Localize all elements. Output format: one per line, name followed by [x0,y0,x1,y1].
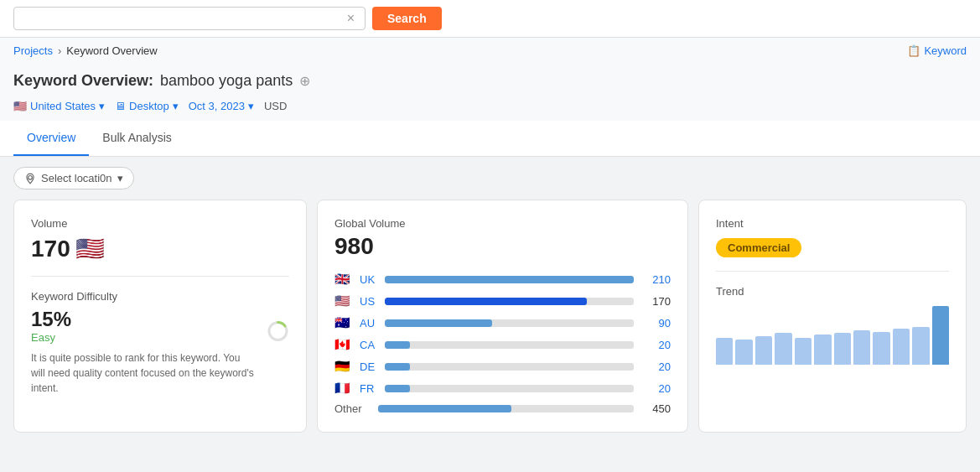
difficulty-row: 15% Easy It is quite possible to rank fo… [31,308,289,396]
bar-fill [385,276,634,283]
other-bar-fill [378,405,511,412]
bar-row: 🇫🇷 FR 20 [334,381,671,396]
bar-num: 20 [640,360,671,373]
trend-bar [755,336,772,365]
intent-divider [716,271,949,272]
tabs-bar: Overview Bulk Analysis [0,121,980,157]
intent-badge: Commercial [716,238,801,257]
trend-bar [873,332,889,365]
bar-row: 🇦🇺 AU 90 [334,315,671,330]
difficulty-donut [267,308,289,355]
bar-track [385,319,634,327]
trend-bar [716,338,733,365]
other-num: 450 [640,402,671,415]
volume-card: Volume 170 🇺🇸 Keyword Difficulty 15% Eas… [13,200,307,433]
trend-bar [893,329,910,365]
tab-overview[interactable]: Overview [13,121,89,156]
bar-country: AU [360,317,378,329]
country-flag: 🇺🇸 [13,100,27,112]
location-bar: Select locati0n ▾ [0,157,980,200]
add-keyword-icon[interactable]: ⊕ [299,73,310,89]
device-filter[interactable]: 🖥 Desktop ▾ [115,100,179,112]
trend-bar [775,333,791,365]
other-label: Other [334,402,371,415]
location-dropdown[interactable]: Select locati0n ▾ [13,167,134,189]
bar-num: 20 [640,382,671,395]
global-volume-label: Global Volume [334,217,671,230]
clear-button[interactable]: × [344,11,358,26]
trend-bar [912,327,929,365]
intent-label: Intent [716,217,949,230]
bar-flag: 🇩🇪 [334,359,353,374]
breadcrumb-projects[interactable]: Projects [13,44,53,57]
search-wrapper: bamboo yoga pants × [13,7,366,30]
location-chevron-icon: ▾ [117,172,123,184]
tab-bulk-analysis[interactable]: Bulk Analysis [89,121,184,156]
keyword-btn-icon: 📋 [907,44,920,57]
bar-flag: 🇨🇦 [334,337,353,352]
search-input[interactable]: bamboo yoga pants [21,12,344,25]
breadcrumb-separator: › [58,44,61,57]
bar-fill [385,385,410,392]
country-chevron-icon: ▾ [99,100,105,112]
global-volume-value: 980 [334,233,671,260]
trend-bar [932,306,949,365]
difficulty-rating: Easy [31,331,255,344]
bar-rows: 🇬🇧 UK 210 🇺🇸 US 170 🇦🇺 AU 90 🇨🇦 CA [334,272,671,396]
bar-country: CA [360,339,378,351]
card-divider [31,276,289,277]
currency-label: USD [264,100,287,112]
page-keyword: bamboo yoga pants [160,72,293,90]
intent-trend-card: Intent Commercial Trend [698,200,967,433]
bar-track [385,363,634,371]
bar-track [385,341,634,349]
device-chevron-icon: ▾ [173,100,179,112]
breadcrumb: Projects › Keyword Overview 📋 Keyword [0,38,980,64]
global-volume-card: Global Volume 980 🇬🇧 UK 210 🇺🇸 US 170 🇦🇺… [317,200,688,433]
trend-bar [834,333,851,365]
bar-fill [385,363,410,371]
country-name: United States [30,100,96,112]
country-filter[interactable]: 🇺🇸 United States ▾ [13,100,105,112]
difficulty-desc: It is quite possible to rank for this ke… [31,350,255,396]
bar-flag: 🇦🇺 [334,315,353,330]
page-title: Keyword Overview: [13,72,153,90]
cards-row: Volume 170 🇺🇸 Keyword Difficulty 15% Eas… [0,200,980,446]
location-placeholder: Select locati0n [41,172,112,184]
trend-bar [814,335,831,365]
bar-country: UK [360,273,378,286]
bar-country: FR [360,382,378,395]
page-header: Keyword Overview: bamboo yoga pants ⊕ [0,64,980,95]
filter-bar: 🇺🇸 United States ▾ 🖥 Desktop ▾ Oct 3, 20… [0,95,980,121]
bar-row: 🇩🇪 DE 20 [334,359,671,374]
date-filter[interactable]: Oct 3, 2023 ▾ [189,100,254,112]
difficulty-label: Keyword Difficulty [31,290,289,303]
device-name: Desktop [129,100,169,112]
bar-flag: 🇬🇧 [334,272,353,287]
bar-fill [385,319,492,327]
top-bar: bamboo yoga pants × Search [0,0,980,38]
bar-row: 🇬🇧 UK 210 [334,272,671,287]
bar-flag: 🇺🇸 [334,293,353,309]
difficulty-value: 15% [31,308,255,331]
difficulty-info: 15% Easy It is quite possible to rank fo… [31,308,255,396]
trend-label: Trend [716,285,949,298]
date-chevron-icon: ▾ [248,100,254,112]
bar-fill [385,341,410,349]
bar-num: 90 [640,317,671,329]
keyword-button[interactable]: 📋 Keyword [907,44,967,57]
search-button[interactable]: Search [372,7,442,30]
bar-track [385,276,634,283]
bar-row: 🇨🇦 CA 20 [334,337,671,352]
other-bar-track [378,405,634,412]
bar-fill [385,298,587,305]
volume-value: 170 🇺🇸 [31,235,289,262]
bar-track [385,385,634,392]
bar-country: DE [360,360,378,373]
breadcrumb-current: Keyword Overview [66,44,157,57]
trend-bar [735,340,752,365]
bar-country: US [360,295,378,308]
svg-point-0 [29,175,33,179]
trend-bar [853,330,870,365]
location-icon [24,173,36,184]
